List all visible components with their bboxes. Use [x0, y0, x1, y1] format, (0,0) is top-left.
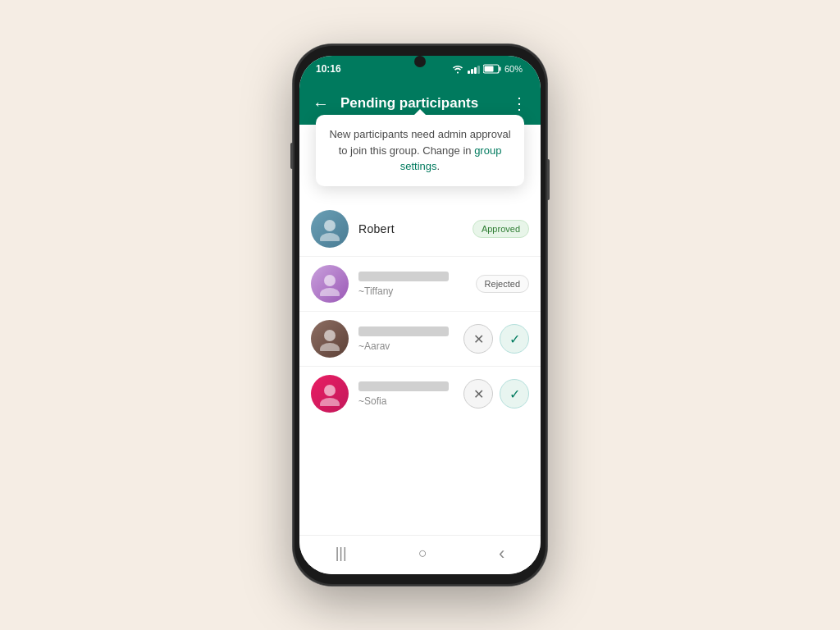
participant-alias: ~Sofia	[358, 395, 454, 407]
approve-button[interactable]: ✓	[500, 379, 529, 409]
avatar-image	[317, 272, 342, 296]
participant-info: ~Tiffany	[358, 271, 466, 297]
avatar	[311, 375, 349, 413]
redacted-phone	[358, 326, 449, 336]
svg-rect-2	[484, 66, 493, 72]
svg-point-4	[320, 233, 340, 241]
svg-point-7	[324, 330, 336, 341]
avatar-image	[317, 381, 342, 406]
avatar	[311, 320, 349, 358]
participant-actions: ✕ ✓	[463, 324, 529, 354]
participant-item: Robert Approved	[299, 202, 541, 257]
approved-badge: Approved	[472, 220, 529, 238]
participant-info: ~Aarav	[358, 326, 454, 352]
power-button	[547, 159, 550, 200]
svg-point-6	[320, 288, 340, 296]
participant-item: ~Aarav ✕ ✓	[299, 312, 541, 367]
wifi-icon	[451, 64, 464, 74]
participant-phone-redacted	[358, 271, 466, 284]
participant-list: Robert Approved ~Tiff	[299, 199, 541, 535]
reject-button[interactable]: ✕	[463, 324, 493, 354]
participant-actions: Approved	[472, 220, 529, 238]
menu-button[interactable]: ⋮	[508, 90, 531, 116]
phone-device: 10:16	[293, 44, 547, 586]
signal-icon	[468, 64, 480, 74]
avatar-image	[317, 217, 342, 241]
avatar	[311, 265, 349, 303]
svg-point-10	[320, 398, 340, 406]
redacted-phone	[358, 272, 449, 281]
phone-screen: 10:16	[299, 56, 541, 574]
rejected-badge: Rejected	[476, 275, 529, 293]
battery-icon	[483, 64, 501, 74]
bottom-navigation: ||| ○ ‹	[299, 535, 541, 574]
home-button[interactable]: ○	[418, 545, 427, 562]
tooltip-banner: New participants need admin approval to …	[316, 115, 524, 186]
volume-button	[290, 143, 293, 169]
status-time: 10:16	[316, 63, 341, 75]
participant-phone-redacted	[358, 326, 454, 339]
back-button[interactable]: ←	[309, 91, 332, 116]
svg-point-3	[324, 220, 336, 231]
approve-button[interactable]: ✓	[500, 324, 529, 354]
participant-info: ~Sofia	[358, 381, 454, 407]
tooltip-period: .	[437, 160, 441, 172]
participant-name: Robert	[358, 222, 463, 235]
participant-actions: Rejected	[476, 275, 529, 293]
status-icons: 60%	[451, 64, 523, 74]
participant-alias: ~Aarav	[358, 340, 454, 352]
battery-percent: 60%	[504, 64, 523, 74]
back-nav-button[interactable]: ‹	[499, 543, 504, 564]
recent-apps-button[interactable]: |||	[336, 545, 347, 562]
svg-point-8	[320, 343, 340, 351]
participant-phone-redacted	[358, 381, 454, 394]
redacted-phone	[358, 381, 449, 391]
participant-alias: ~Tiffany	[358, 285, 466, 297]
avatar-image	[317, 326, 342, 351]
svg-point-9	[324, 385, 336, 396]
avatar	[311, 210, 349, 248]
svg-rect-1	[499, 67, 500, 71]
participant-actions: ✕ ✓	[463, 379, 529, 409]
svg-point-5	[324, 275, 336, 286]
camera-notch	[414, 56, 426, 67]
participant-item: ~Sofia ✕ ✓	[299, 367, 541, 421]
participant-info: Robert	[358, 222, 463, 235]
participant-item: ~Tiffany Rejected	[299, 257, 541, 312]
reject-button[interactable]: ✕	[463, 379, 493, 409]
